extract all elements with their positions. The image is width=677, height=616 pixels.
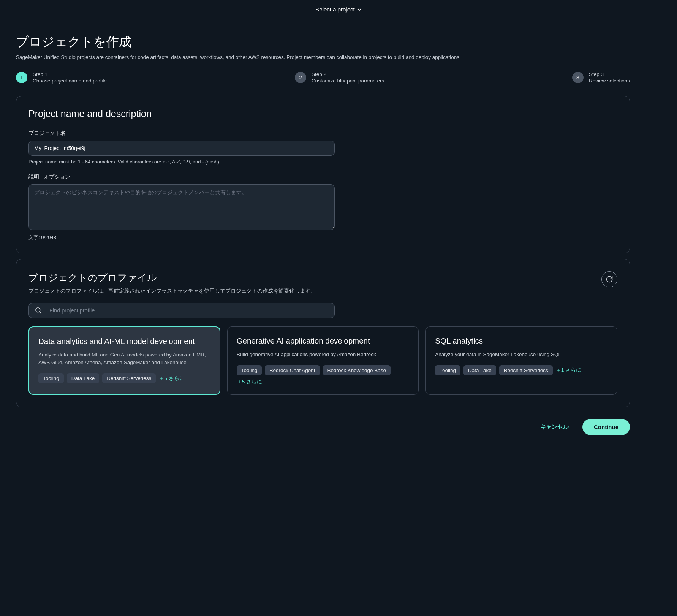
svg-point-0: [36, 308, 40, 312]
refresh-button[interactable]: [601, 271, 617, 287]
step-3-label: Step 3: [589, 71, 630, 77]
project-desc-label: 説明 - オプション: [28, 174, 617, 181]
profile-tag: Data Lake: [463, 365, 496, 375]
step-connector: [391, 78, 565, 78]
project-name-hint: Project name must be 1 - 64 characters. …: [28, 159, 617, 165]
step-3-desc: Review selections: [589, 78, 630, 84]
project-selector-label: Select a project: [315, 6, 354, 13]
profile-more-link[interactable]: ＋1 さらに: [556, 367, 581, 374]
profile-card[interactable]: Generative AI application development Bu…: [227, 326, 419, 395]
name-section-heading: Project name and description: [28, 108, 617, 119]
profile-tag: Bedrock Chat Agent: [265, 365, 320, 375]
step-1[interactable]: 1 Step 1 Choose project name and profile: [16, 71, 107, 84]
project-selector-dropdown[interactable]: Select a project: [315, 6, 361, 13]
profile-tag: Redshift Serverless: [499, 365, 553, 375]
step-2-circle: 2: [295, 72, 306, 83]
profile-tag: Bedrock Knowledge Base: [323, 365, 391, 375]
chevron-down-icon: [357, 7, 362, 12]
project-name-input[interactable]: [28, 141, 335, 156]
project-name-label: プロジェクト名: [28, 130, 617, 137]
profile-section-heading: プロジェクトのプロファイル: [28, 271, 157, 284]
profile-card-title: Data analytics and AI-ML model developme…: [38, 336, 210, 347]
continue-button[interactable]: Continue: [582, 419, 630, 435]
profile-tag: Data Lake: [67, 373, 100, 383]
profile-card-title: SQL analytics: [435, 336, 608, 346]
step-1-label: Step 1: [33, 71, 107, 77]
step-1-circle: 1: [16, 72, 27, 83]
profile-card-desc: Build generative AI applications powered…: [237, 351, 410, 358]
step-2-label: Step 2: [312, 71, 384, 77]
wizard-stepper: 1 Step 1 Choose project name and profile…: [16, 71, 630, 84]
profile-card-desc: Analyze your data in SageMaker Lakehouse…: [435, 351, 608, 358]
char-count: 文字: 0/2048: [28, 234, 617, 241]
search-icon: [35, 307, 42, 314]
profile-tag: Tooling: [38, 373, 64, 383]
step-3-circle: 3: [572, 72, 584, 83]
profile-tag: Tooling: [237, 365, 262, 375]
refresh-icon: [606, 276, 613, 283]
name-description-panel: Project name and description プロジェクト名 Pro…: [16, 96, 630, 253]
profile-more-link[interactable]: ＋5 さらに: [159, 375, 184, 382]
project-profile-panel: プロジェクトのプロファイル プロジェクトのプロファイルは、事前定義されたインフラ…: [16, 259, 630, 407]
profile-section-subtitle: プロジェクトのプロファイルは、事前定義されたインフラストラクチャを使用してプロジ…: [28, 288, 617, 295]
page-title: プロジェクトを作成: [16, 33, 630, 51]
profile-tag: Tooling: [435, 365, 460, 375]
page-subtitle: SageMaker Unified Studio projects are co…: [16, 54, 630, 60]
svg-line-1: [40, 312, 41, 313]
profile-card[interactable]: SQL analytics Analyze your data in SageM…: [425, 326, 617, 395]
profile-search-input[interactable]: [28, 303, 335, 318]
step-2[interactable]: 2 Step 2 Customize blueprint parameters: [295, 71, 384, 84]
step-2-desc: Customize blueprint parameters: [312, 78, 384, 84]
profile-card[interactable]: Data analytics and AI-ML model developme…: [28, 326, 220, 395]
profile-tag: Redshift Serverless: [102, 373, 156, 383]
profile-card-title: Generative AI application development: [237, 336, 410, 346]
profile-more-link[interactable]: ＋5 さらに: [237, 378, 262, 385]
step-1-desc: Choose project name and profile: [33, 78, 107, 84]
step-connector: [114, 78, 288, 78]
profile-card-desc: Analyze data and build ML and Gen AI mod…: [38, 351, 210, 367]
cancel-button[interactable]: キャンセル: [533, 419, 576, 435]
step-3[interactable]: 3 Step 3 Review selections: [572, 71, 630, 84]
project-desc-textarea[interactable]: [28, 184, 335, 230]
